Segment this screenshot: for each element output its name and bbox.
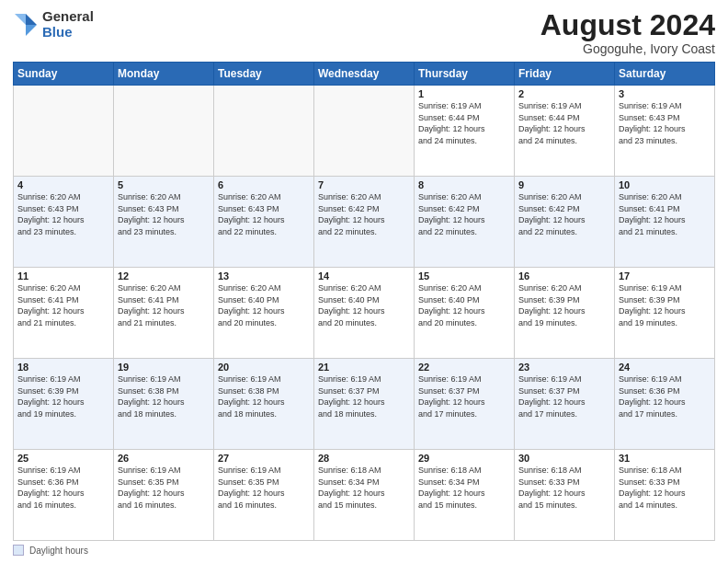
day-number: 15 <box>418 270 510 282</box>
table-cell: 22Sunrise: 6:19 AM Sunset: 6:37 PM Dayli… <box>415 359 515 450</box>
table-cell: 9Sunrise: 6:20 AM Sunset: 6:42 PM Daylig… <box>515 177 615 268</box>
table-cell: 29Sunrise: 6:18 AM Sunset: 6:34 PM Dayli… <box>415 450 515 541</box>
day-info: Sunrise: 6:19 AM Sunset: 6:38 PM Dayligh… <box>218 373 310 419</box>
day-info: Sunrise: 6:20 AM Sunset: 6:40 PM Dayligh… <box>318 282 410 328</box>
day-number: 1 <box>418 88 510 99</box>
day-number: 31 <box>619 453 711 464</box>
logo: General Blue <box>13 9 94 40</box>
table-cell <box>314 86 415 177</box>
day-info: Sunrise: 6:19 AM Sunset: 6:36 PM Dayligh… <box>17 465 109 511</box>
day-info: Sunrise: 6:20 AM Sunset: 6:41 PM Dayligh… <box>17 282 109 328</box>
col-friday: Friday <box>515 63 615 86</box>
table-cell <box>14 86 114 177</box>
day-number: 24 <box>619 362 711 373</box>
day-info: Sunrise: 6:19 AM Sunset: 6:43 PM Dayligh… <box>619 100 711 146</box>
day-info: Sunrise: 6:20 AM Sunset: 6:42 PM Dayligh… <box>518 191 610 237</box>
day-info: Sunrise: 6:19 AM Sunset: 6:39 PM Dayligh… <box>17 373 109 419</box>
calendar-header-row: Sunday Monday Tuesday Wednesday Thursday… <box>14 63 715 86</box>
week-row-3: 11Sunrise: 6:20 AM Sunset: 6:41 PM Dayli… <box>14 268 715 359</box>
col-tuesday: Tuesday <box>214 63 314 86</box>
col-sunday: Sunday <box>14 63 114 86</box>
table-cell: 20Sunrise: 6:19 AM Sunset: 6:38 PM Dayli… <box>214 359 314 450</box>
day-number: 2 <box>518 88 610 99</box>
table-cell: 21Sunrise: 6:19 AM Sunset: 6:37 PM Dayli… <box>314 359 415 450</box>
table-cell: 30Sunrise: 6:18 AM Sunset: 6:33 PM Dayli… <box>515 450 615 541</box>
table-cell: 10Sunrise: 6:20 AM Sunset: 6:41 PM Dayli… <box>615 177 715 268</box>
svg-marker-2 <box>15 14 26 25</box>
day-number: 10 <box>619 179 711 190</box>
table-cell: 7Sunrise: 6:20 AM Sunset: 6:42 PM Daylig… <box>314 177 415 268</box>
table-cell: 14Sunrise: 6:20 AM Sunset: 6:40 PM Dayli… <box>314 268 415 359</box>
day-info: Sunrise: 6:18 AM Sunset: 6:33 PM Dayligh… <box>619 465 711 511</box>
week-row-4: 18Sunrise: 6:19 AM Sunset: 6:39 PM Dayli… <box>14 359 715 450</box>
day-number: 18 <box>17 362 109 373</box>
day-number: 9 <box>518 179 610 190</box>
title-area: August 2024 Gogoguhe, Ivory Coast <box>540 9 715 56</box>
page: General Blue August 2024 Gogoguhe, Ivory… <box>0 0 728 563</box>
main-title: August 2024 <box>540 9 715 41</box>
table-cell: 17Sunrise: 6:19 AM Sunset: 6:39 PM Dayli… <box>615 268 715 359</box>
day-number: 16 <box>518 270 610 282</box>
table-cell: 25Sunrise: 6:19 AM Sunset: 6:36 PM Dayli… <box>14 450 114 541</box>
day-number: 5 <box>118 179 210 190</box>
footer-label: Daylight hours <box>29 546 88 556</box>
day-info: Sunrise: 6:19 AM Sunset: 6:44 PM Dayligh… <box>418 100 510 146</box>
footer: Daylight hours <box>13 545 715 556</box>
table-cell: 1Sunrise: 6:19 AM Sunset: 6:44 PM Daylig… <box>415 86 515 177</box>
logo-blue-text: Blue <box>42 25 94 40</box>
table-cell: 12Sunrise: 6:20 AM Sunset: 6:41 PM Dayli… <box>114 268 214 359</box>
table-cell: 24Sunrise: 6:19 AM Sunset: 6:36 PM Dayli… <box>615 359 715 450</box>
day-number: 6 <box>218 179 310 190</box>
day-info: Sunrise: 6:19 AM Sunset: 6:36 PM Dayligh… <box>619 373 711 419</box>
day-number: 29 <box>418 453 510 464</box>
day-info: Sunrise: 6:20 AM Sunset: 6:40 PM Dayligh… <box>418 282 510 328</box>
table-cell: 26Sunrise: 6:19 AM Sunset: 6:35 PM Dayli… <box>114 450 214 541</box>
col-wednesday: Wednesday <box>314 63 415 86</box>
logo-icon <box>13 12 39 38</box>
day-info: Sunrise: 6:19 AM Sunset: 6:35 PM Dayligh… <box>118 465 210 511</box>
day-info: Sunrise: 6:19 AM Sunset: 6:35 PM Dayligh… <box>218 465 310 511</box>
table-cell: 27Sunrise: 6:19 AM Sunset: 6:35 PM Dayli… <box>214 450 314 541</box>
day-info: Sunrise: 6:20 AM Sunset: 6:41 PM Dayligh… <box>118 282 210 328</box>
table-cell: 19Sunrise: 6:19 AM Sunset: 6:38 PM Dayli… <box>114 359 214 450</box>
day-number: 17 <box>619 270 711 282</box>
header: General Blue August 2024 Gogoguhe, Ivory… <box>13 9 715 56</box>
day-number: 3 <box>619 88 711 99</box>
day-number: 13 <box>218 270 310 282</box>
col-saturday: Saturday <box>615 63 715 86</box>
day-number: 26 <box>118 453 210 464</box>
day-info: Sunrise: 6:19 AM Sunset: 6:38 PM Dayligh… <box>118 373 210 419</box>
day-number: 8 <box>418 179 510 190</box>
day-info: Sunrise: 6:18 AM Sunset: 6:33 PM Dayligh… <box>518 465 610 511</box>
day-number: 19 <box>118 362 210 373</box>
table-cell: 16Sunrise: 6:20 AM Sunset: 6:39 PM Dayli… <box>515 268 615 359</box>
table-cell <box>214 86 314 177</box>
day-info: Sunrise: 6:20 AM Sunset: 6:43 PM Dayligh… <box>17 191 109 237</box>
col-monday: Monday <box>114 63 214 86</box>
day-number: 4 <box>17 179 109 190</box>
day-number: 20 <box>218 362 310 373</box>
day-info: Sunrise: 6:20 AM Sunset: 6:39 PM Dayligh… <box>518 282 610 328</box>
day-number: 23 <box>518 362 610 373</box>
day-info: Sunrise: 6:20 AM Sunset: 6:41 PM Dayligh… <box>619 191 711 237</box>
day-number: 12 <box>118 270 210 282</box>
day-info: Sunrise: 6:19 AM Sunset: 6:37 PM Dayligh… <box>518 373 610 419</box>
day-number: 11 <box>17 270 109 282</box>
logo-general-text: General <box>42 9 94 25</box>
svg-marker-0 <box>26 14 37 25</box>
day-info: Sunrise: 6:20 AM Sunset: 6:42 PM Dayligh… <box>318 191 410 237</box>
table-cell: 2Sunrise: 6:19 AM Sunset: 6:44 PM Daylig… <box>515 86 615 177</box>
col-thursday: Thursday <box>415 63 515 86</box>
table-cell: 5Sunrise: 6:20 AM Sunset: 6:43 PM Daylig… <box>114 177 214 268</box>
table-cell: 15Sunrise: 6:20 AM Sunset: 6:40 PM Dayli… <box>415 268 515 359</box>
logo-text: General Blue <box>42 9 94 40</box>
day-number: 21 <box>318 362 410 373</box>
table-cell: 31Sunrise: 6:18 AM Sunset: 6:33 PM Dayli… <box>615 450 715 541</box>
calendar-table: Sunday Monday Tuesday Wednesday Thursday… <box>13 62 715 541</box>
table-cell: 18Sunrise: 6:19 AM Sunset: 6:39 PM Dayli… <box>14 359 114 450</box>
day-info: Sunrise: 6:19 AM Sunset: 6:44 PM Dayligh… <box>518 100 610 146</box>
table-cell: 28Sunrise: 6:18 AM Sunset: 6:34 PM Dayli… <box>314 450 415 541</box>
table-cell: 4Sunrise: 6:20 AM Sunset: 6:43 PM Daylig… <box>14 177 114 268</box>
day-info: Sunrise: 6:19 AM Sunset: 6:37 PM Dayligh… <box>418 373 510 419</box>
table-cell: 6Sunrise: 6:20 AM Sunset: 6:43 PM Daylig… <box>214 177 314 268</box>
